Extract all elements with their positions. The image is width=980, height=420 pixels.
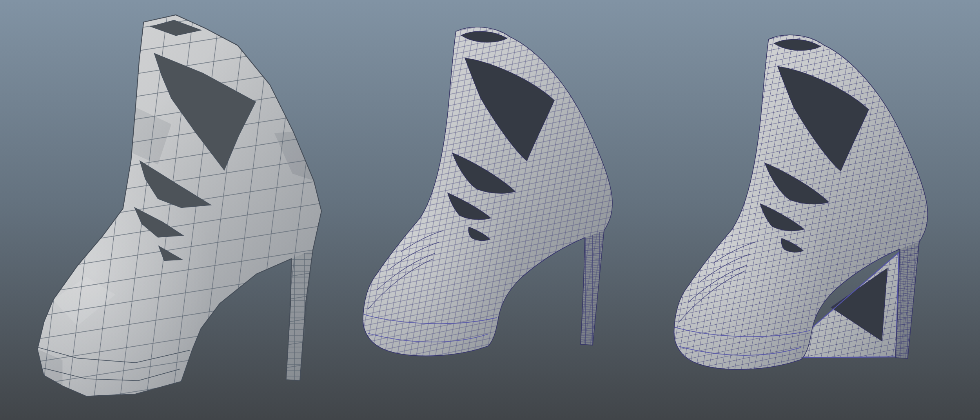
model-shoe-base-mesh[interactable] (24, 11, 337, 408)
model-shoe-smoothed-wedge[interactable] (662, 31, 941, 382)
maya-3d-viewport[interactable] (0, 0, 980, 420)
model-shoe-smoothed[interactable] (351, 23, 625, 368)
